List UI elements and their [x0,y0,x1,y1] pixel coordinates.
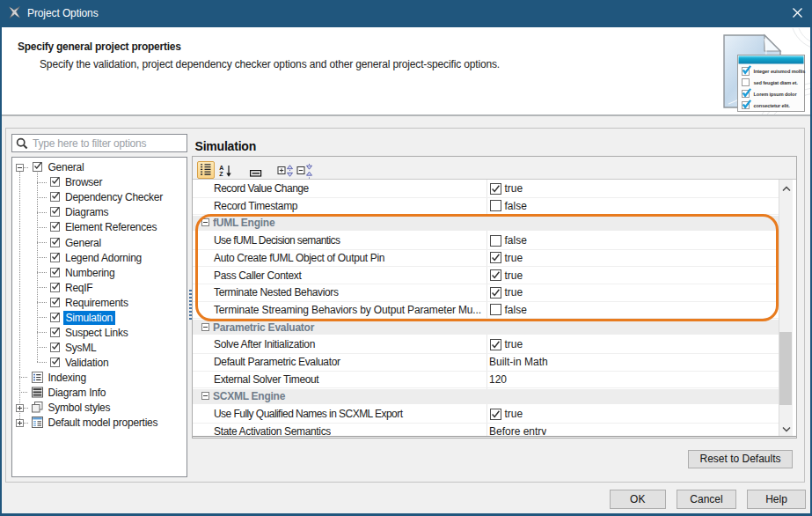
svg-text:A: A [219,164,223,170]
svg-text:Z: Z [219,171,223,177]
